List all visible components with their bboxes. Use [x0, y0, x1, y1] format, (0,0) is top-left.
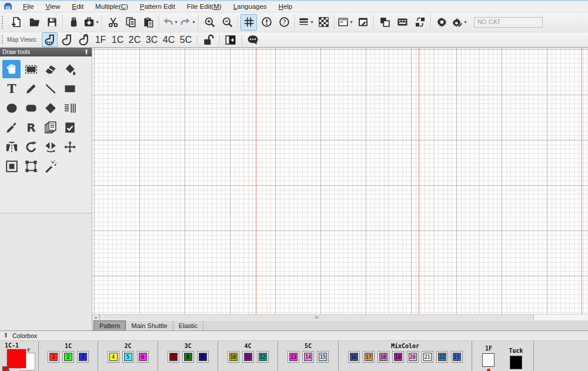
- cut-button[interactable]: [105, 14, 121, 31]
- color-swatch-6[interactable]: 6: [137, 351, 149, 363]
- flip-horizontal-tool[interactable]: [41, 138, 59, 156]
- tab-elastic[interactable]: Elastic: [173, 321, 203, 331]
- color-swatch-18[interactable]: 18: [377, 351, 389, 363]
- horizontal-scrollbar[interactable]: ◂: [92, 314, 588, 320]
- menu-help[interactable]: Help: [273, 2, 299, 11]
- sock-flag-button[interactable]: [76, 32, 92, 47]
- scrollbar-thumb[interactable]: [99, 315, 534, 320]
- sock-dots-button[interactable]: [42, 32, 58, 47]
- zoom-in-button[interactable]: [201, 14, 218, 31]
- letter-r-tool[interactable]: R: [22, 118, 40, 136]
- doc-check-tool[interactable]: [61, 118, 79, 136]
- menu-file[interactable]: File: [17, 2, 40, 11]
- view-2C-button[interactable]: 2C: [127, 32, 143, 47]
- default-color-icon[interactable]: [2, 366, 9, 371]
- foreground-color-swatch[interactable]: [6, 349, 26, 369]
- help-circle-button[interactable]: ?: [276, 14, 292, 31]
- redo-button[interactable]: ▾: [179, 14, 196, 31]
- view-5C-button[interactable]: 5C: [178, 32, 194, 47]
- open-folder-button[interactable]: [26, 14, 42, 31]
- gear-edit-button[interactable]: ▾: [451, 14, 467, 31]
- move-tool[interactable]: [61, 138, 79, 156]
- toolbar-grip[interactable]: [1, 35, 4, 45]
- eraser-tool[interactable]: [41, 60, 59, 78]
- dropdown-caret-icon[interactable]: ▾: [310, 20, 313, 25]
- color-swatch-12[interactable]: 12: [257, 351, 269, 363]
- pin-icon[interactable]: [83, 49, 89, 55]
- grid-button[interactable]: [240, 14, 257, 31]
- color-swatch-3[interactable]: 3: [77, 351, 89, 363]
- stitch-swatch[interactable]: [510, 356, 522, 369]
- dropdown-caret-icon[interactable]: ▾: [464, 20, 466, 25]
- zoom-out-button[interactable]: [219, 14, 235, 31]
- pin-icon[interactable]: [3, 333, 9, 339]
- color-swatch-9[interactable]: 9: [197, 351, 209, 363]
- view-1C-button[interactable]: 1C: [110, 32, 126, 47]
- ellipse-tool[interactable]: [2, 99, 21, 117]
- view-3C-button[interactable]: 3C: [144, 32, 160, 47]
- line-tool[interactable]: [41, 79, 59, 98]
- gear-button[interactable]: [433, 14, 450, 31]
- color-swatch-20[interactable]: 20: [407, 351, 419, 363]
- save-button[interactable]: [44, 14, 60, 31]
- undo-button[interactable]: ▾: [162, 14, 178, 31]
- panel-left-button[interactable]: [223, 32, 239, 47]
- color-swatch-15[interactable]: 15: [317, 351, 329, 363]
- color-swatch-16[interactable]: 16: [348, 351, 360, 363]
- menu-file-edit-m-[interactable]: File Edit(M): [181, 2, 228, 11]
- checkerboard-button[interactable]: [315, 14, 332, 31]
- menu-languages[interactable]: Languages: [228, 2, 273, 11]
- frame-fill-tool[interactable]: [2, 157, 21, 175]
- eyedropper-tool[interactable]: [2, 118, 21, 136]
- color-swatch-7[interactable]: 7: [168, 351, 179, 363]
- color-swatch-22[interactable]: 22: [436, 351, 448, 363]
- paste-button[interactable]: [140, 14, 156, 31]
- view-1F-button[interactable]: 1F: [93, 32, 109, 47]
- line-width-button[interactable]: ▾: [298, 14, 314, 31]
- keypad-button[interactable]: [394, 14, 410, 31]
- transform-frame-tool[interactable]: [22, 157, 40, 175]
- color-swatch-8[interactable]: 8: [182, 351, 194, 363]
- dropdown-caret-icon[interactable]: ▾: [175, 20, 177, 25]
- category-field[interactable]: NO CAT: [474, 17, 543, 28]
- menu-view[interactable]: View: [40, 2, 66, 11]
- pattern-canvas[interactable]: [92, 48, 588, 314]
- rectangle-tool[interactable]: [61, 79, 79, 98]
- color-swatch-17[interactable]: 17: [363, 351, 375, 363]
- menu-pattern-edit[interactable]: Pattern Edit: [134, 2, 181, 11]
- tab-main-shuttle[interactable]: Main Shuttle: [126, 321, 173, 331]
- pencil-tool[interactable]: [22, 79, 40, 98]
- color-swatch-2[interactable]: 2: [62, 351, 74, 363]
- menu-edit[interactable]: Edit: [66, 2, 89, 11]
- window-edit-button[interactable]: [355, 14, 371, 31]
- comment-dots-button[interactable]: [245, 32, 261, 47]
- color-swatch-19[interactable]: 19: [392, 351, 404, 363]
- round-rect-tool[interactable]: [22, 99, 40, 117]
- window-preview-button[interactable]: ▾: [337, 14, 353, 31]
- color-swatch-21[interactable]: 21: [422, 351, 433, 363]
- hand-tool[interactable]: [2, 60, 21, 78]
- sock-button[interactable]: [59, 32, 75, 47]
- rotate-tool[interactable]: [22, 138, 40, 156]
- color-swatch-1[interactable]: 1: [48, 351, 59, 363]
- copy-stack-tool[interactable]: [41, 118, 59, 136]
- color-swatch-4[interactable]: 4: [108, 351, 119, 363]
- unlock-button[interactable]: [201, 32, 216, 47]
- hatch-tool[interactable]: [61, 99, 79, 117]
- view-4C-button[interactable]: 4C: [161, 32, 177, 47]
- flip-vertical-tool[interactable]: [2, 138, 21, 156]
- new-file-button[interactable]: [8, 14, 25, 31]
- marquee-tool[interactable]: [22, 60, 40, 78]
- color-swatch-23[interactable]: 23: [451, 351, 463, 363]
- dropdown-caret-icon[interactable]: ▾: [350, 20, 352, 25]
- color-swatch-11[interactable]: 11: [242, 351, 254, 363]
- warning-circle-button[interactable]: [258, 14, 275, 31]
- overlap-squares-button[interactable]: [376, 14, 393, 31]
- diamond-tool[interactable]: [41, 99, 59, 117]
- color-swatch-13[interactable]: 13: [288, 351, 299, 363]
- usb-drive-button[interactable]: [65, 14, 82, 31]
- dropdown-caret-icon[interactable]: ▾: [192, 20, 195, 25]
- fill-bucket-tool[interactable]: [61, 60, 79, 78]
- magic-wand-tool[interactable]: [41, 157, 59, 175]
- color-swatch-10[interactable]: 10: [228, 351, 239, 363]
